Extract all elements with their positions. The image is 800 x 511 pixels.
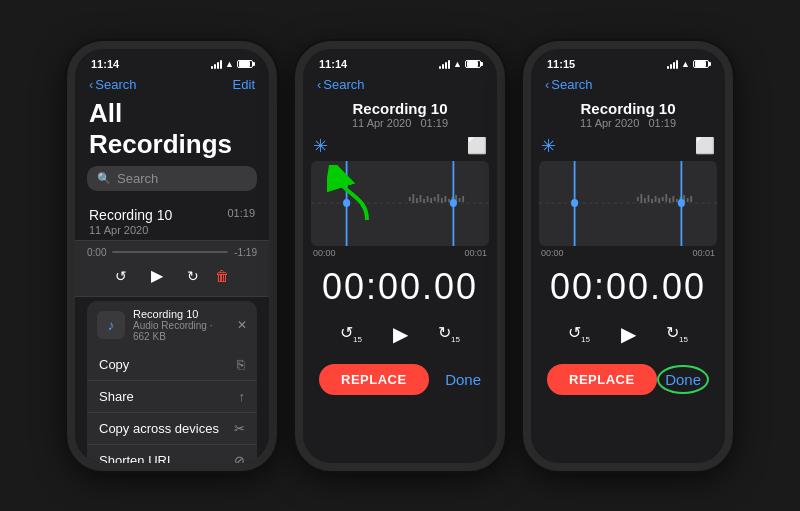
replace-button[interactable]: REPLACE bbox=[319, 364, 429, 395]
play-button[interactable]: ▶ bbox=[143, 262, 171, 290]
svg-rect-29 bbox=[658, 198, 660, 203]
svg-rect-8 bbox=[434, 197, 436, 201]
rewind15-button[interactable]: ↺15 bbox=[568, 323, 590, 344]
sparkle-active-icon[interactable]: ✳ bbox=[541, 135, 556, 157]
waveform-times: 00:00 00:01 bbox=[531, 246, 725, 260]
forward15-button[interactable]: ↻15 bbox=[438, 323, 460, 344]
big-timer: 00:00.00 bbox=[531, 260, 725, 312]
play-button[interactable]: ▶ bbox=[610, 316, 646, 352]
phone1-status-bar: 11:14 ▲ bbox=[75, 49, 269, 77]
svg-rect-11 bbox=[445, 196, 447, 202]
player-bar: 0:00 -1:19 ↺ ▶ ↻ 🗑 bbox=[75, 241, 269, 297]
svg-rect-5 bbox=[423, 199, 425, 203]
back-button[interactable]: ‹ Search bbox=[545, 77, 593, 92]
svg-rect-7 bbox=[430, 198, 432, 203]
recording-item[interactable]: 01:19 Recording 10 11 Apr 2020 bbox=[75, 199, 269, 241]
bottom-controls: ↺15 ▶ ↻15 bbox=[531, 312, 725, 358]
svg-rect-25 bbox=[644, 198, 646, 203]
signal-icon bbox=[211, 59, 222, 69]
done-button[interactable]: Done bbox=[445, 371, 481, 388]
timeline-bar[interactable] bbox=[112, 251, 228, 253]
search-placeholder: Search bbox=[117, 171, 158, 186]
svg-rect-37 bbox=[687, 198, 689, 202]
menu-item-copy-across[interactable]: Copy across devices ✂ bbox=[87, 413, 257, 445]
phone1-nav: ‹ Search Edit bbox=[75, 77, 269, 96]
phone2-status-bar: 11:14 ▲ bbox=[303, 49, 497, 77]
svg-rect-32 bbox=[669, 198, 671, 203]
play-button[interactable]: ▶ bbox=[382, 316, 418, 352]
scissors-icon: ✂ bbox=[234, 421, 245, 436]
svg-rect-10 bbox=[441, 198, 443, 203]
phone1-time: 11:14 bbox=[91, 58, 119, 70]
phone3-time: 11:15 bbox=[547, 58, 575, 70]
svg-rect-12 bbox=[448, 199, 450, 202]
replace-button[interactable]: REPLACE bbox=[547, 364, 657, 395]
crop-icon[interactable]: ⬜ bbox=[695, 136, 715, 155]
file-size: Audio Recording · 662 KB bbox=[133, 320, 229, 342]
forward-icon[interactable]: ↻ bbox=[187, 268, 199, 284]
bottom-actions: REPLACE Done bbox=[531, 358, 725, 405]
file-name: Recording 10 bbox=[133, 308, 229, 320]
rewind-icon[interactable]: ↺ bbox=[115, 268, 127, 284]
player-time-left: 0:00 bbox=[87, 247, 106, 258]
done-button[interactable]: Done bbox=[657, 365, 709, 394]
close-button[interactable]: ✕ bbox=[237, 318, 247, 332]
recording-duration: 01:19 bbox=[227, 207, 255, 219]
page-title: All Recordings bbox=[75, 96, 269, 166]
context-menu-list: Copy ⎘ Share ↑ Copy across devices ✂ Sho… bbox=[87, 349, 257, 471]
back-button[interactable]: ‹ Search bbox=[89, 77, 137, 92]
context-header: ♪ Recording 10 Audio Recording · 662 KB … bbox=[87, 301, 257, 349]
tool-icons: ✳ ⬜ bbox=[303, 133, 497, 159]
waveform-svg bbox=[311, 161, 489, 246]
svg-point-40 bbox=[571, 199, 578, 207]
search-icon: 🔍 bbox=[97, 172, 111, 185]
battery-icon bbox=[693, 60, 709, 68]
svg-rect-23 bbox=[637, 197, 639, 201]
svg-rect-33 bbox=[673, 196, 675, 202]
phone2-wrapper: 11:14 ▲ ‹ Search Recordin bbox=[295, 41, 505, 471]
svg-point-42 bbox=[678, 199, 685, 207]
phone3-wrapper: 11:15 ▲ ‹ Search Recordin bbox=[523, 41, 733, 471]
phone2-nav: ‹ Search bbox=[303, 77, 497, 96]
file-icon: ♪ bbox=[97, 311, 125, 339]
svg-rect-3 bbox=[416, 198, 418, 203]
phone1-status-icons: ▲ bbox=[211, 59, 253, 69]
player-timeline: 0:00 -1:19 bbox=[87, 247, 257, 258]
rewind15-button[interactable]: ↺15 bbox=[340, 323, 362, 344]
recording-title: Recording 10 bbox=[303, 100, 497, 117]
svg-rect-26 bbox=[648, 195, 650, 202]
crop-icon[interactable]: ⬜ bbox=[467, 136, 487, 155]
menu-item-shorten[interactable]: Shorten URL ⊘ bbox=[87, 445, 257, 471]
phone1: 11:14 ▲ ‹ Search Edit All Recordings bbox=[67, 41, 277, 471]
wifi-icon: ▲ bbox=[225, 59, 234, 69]
phone3-nav: ‹ Search bbox=[531, 77, 725, 96]
signal-icon bbox=[667, 59, 678, 69]
shorten-icon: ⊘ bbox=[234, 453, 245, 468]
svg-rect-15 bbox=[459, 198, 461, 202]
svg-point-18 bbox=[343, 199, 350, 207]
phone2: 11:14 ▲ ‹ Search Recordin bbox=[295, 41, 505, 471]
phone1-wrapper: 11:14 ▲ ‹ Search Edit All Recordings bbox=[67, 41, 277, 471]
svg-rect-16 bbox=[462, 196, 464, 202]
svg-rect-2 bbox=[412, 194, 414, 203]
waveform-container bbox=[311, 161, 489, 246]
recording-title: Recording 10 bbox=[531, 100, 725, 117]
svg-rect-28 bbox=[655, 196, 657, 202]
recording-meta: 11 Apr 2020 01:19 bbox=[303, 117, 497, 129]
svg-rect-1 bbox=[409, 197, 411, 201]
signal-icon bbox=[439, 59, 450, 69]
svg-rect-38 bbox=[690, 196, 692, 202]
svg-rect-9 bbox=[437, 194, 439, 202]
phone2-content: Recording 10 11 Apr 2020 01:19 ✳ ⬜ bbox=[303, 96, 497, 463]
bottom-actions: REPLACE Done bbox=[303, 358, 497, 405]
forward15-button[interactable]: ↻15 bbox=[666, 323, 688, 344]
delete-button[interactable]: 🗑 bbox=[215, 268, 229, 284]
menu-item-copy[interactable]: Copy ⎘ bbox=[87, 349, 257, 381]
sparkle-icon[interactable]: ✳ bbox=[313, 135, 328, 157]
menu-item-share[interactable]: Share ↑ bbox=[87, 381, 257, 413]
back-button[interactable]: ‹ Search bbox=[317, 77, 365, 92]
battery-icon bbox=[465, 60, 481, 68]
edit-button[interactable]: Edit bbox=[233, 77, 255, 92]
search-bar[interactable]: 🔍 Search bbox=[87, 166, 257, 191]
svg-point-20 bbox=[450, 199, 457, 207]
